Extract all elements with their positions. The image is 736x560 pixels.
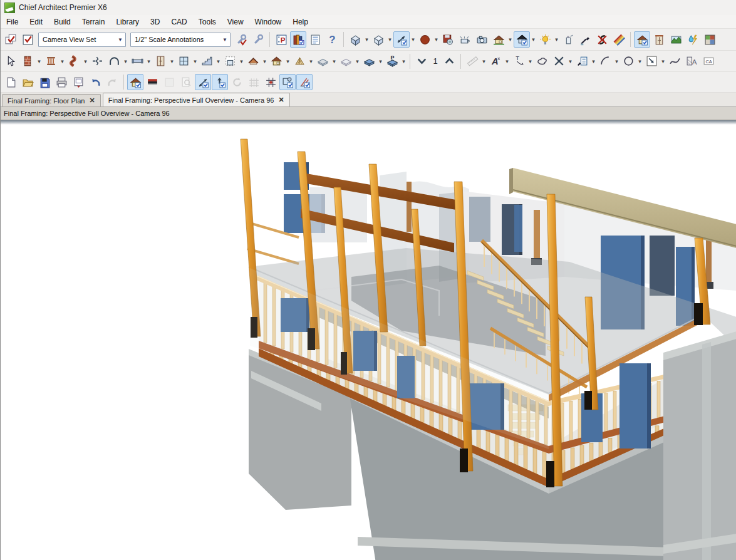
menu-tools[interactable]: Tools: [193, 16, 222, 28]
framing-button[interactable]: [291, 53, 308, 70]
straight-railing-button[interactable]: [43, 53, 59, 70]
box-tools-dropdown-arrow[interactable]: ▾: [660, 58, 666, 65]
camera-3d-viewport[interactable]: [1, 120, 736, 560]
menu-terrain[interactable]: Terrain: [76, 16, 111, 28]
windows-dropdown-arrow[interactable]: ▾: [192, 58, 198, 65]
menu-build[interactable]: Build: [48, 16, 76, 28]
tape-measure-button[interactable]: [144, 74, 160, 90]
framing-overview-button[interactable]: [634, 31, 650, 48]
menu-help[interactable]: Help: [287, 16, 314, 28]
reference-display-button[interactable]: [127, 74, 143, 90]
walkthrough-path-button[interactable]: [393, 31, 410, 48]
cad-block-button[interactable]: CA: [700, 53, 717, 70]
ceiling-plane-dropdown-arrow[interactable]: ▾: [355, 58, 360, 65]
menu-3d[interactable]: 3D: [145, 16, 165, 28]
material-regions-button[interactable]: [702, 31, 718, 48]
draw-arc-dropdown-arrow[interactable]: ▾: [614, 58, 619, 65]
cabinets-dropdown-arrow[interactable]: ▾: [239, 58, 244, 65]
menu-window[interactable]: Window: [249, 16, 288, 28]
temporary-dimensions-button[interactable]: [195, 74, 211, 90]
view-options-dropdown-arrow[interactable]: ▾: [507, 36, 513, 43]
edit-attributes-button[interactable]: [574, 53, 590, 70]
curved-wall-dropdown-arrow[interactable]: ▾: [83, 58, 88, 65]
delete-tools-dropdown-arrow[interactable]: ▾: [568, 58, 573, 65]
preferences-button[interactable]: [250, 31, 266, 48]
draw-arc-button[interactable]: [597, 53, 613, 70]
text-tools-dropdown-arrow[interactable]: ▾: [504, 58, 510, 65]
tab-close-icon[interactable]: ✕: [90, 96, 95, 105]
perspective-overview-button[interactable]: [370, 31, 386, 48]
beam-tools-button[interactable]: [129, 53, 145, 70]
style-palette-button[interactable]: [3, 31, 19, 48]
grid-snaps-button[interactable]: [262, 74, 279, 90]
angle-snaps-button[interactable]: [296, 74, 313, 90]
foundation-button[interactable]: P: [384, 53, 400, 70]
delete-surface-button[interactable]: [594, 31, 610, 48]
roof-tools-dropdown-arrow[interactable]: ▾: [262, 58, 267, 65]
lighting-button[interactable]: [457, 31, 473, 48]
leader-line-dropdown-arrow[interactable]: ▾: [527, 58, 533, 65]
text-tools-button[interactable]: A: [487, 53, 504, 70]
stairs-button[interactable]: [199, 53, 215, 70]
arch-tools-dropdown-arrow[interactable]: ▾: [123, 58, 128, 65]
draw-spline-button[interactable]: [666, 53, 683, 70]
new-plan-button[interactable]: [3, 74, 19, 90]
beam-tools-dropdown-arrow[interactable]: ▾: [146, 58, 152, 65]
terrain-view-button[interactable]: [668, 31, 684, 48]
curved-wall-button[interactable]: [66, 53, 82, 70]
rendering-technique-button[interactable]: [514, 31, 530, 48]
view-tab-2[interactable]: Final Framing: Perspective Full Overview…: [103, 93, 290, 106]
zoom-preview-button[interactable]: [178, 74, 194, 90]
menu-file[interactable]: File: [1, 16, 24, 28]
dormer-dropdown-arrow[interactable]: ▾: [285, 58, 291, 65]
print-button[interactable]: [53, 74, 70, 90]
floor-up-button[interactable]: [441, 53, 457, 70]
sketch-tools-button[interactable]: [534, 53, 550, 70]
slab-tools-dropdown-arrow[interactable]: ▾: [378, 58, 383, 65]
wall-break-button[interactable]: [89, 53, 105, 70]
menu-view[interactable]: View: [222, 16, 249, 28]
record-walkthrough-dropdown-arrow[interactable]: ▾: [433, 36, 439, 43]
camera-view-dropdown-arrow[interactable]: ▾: [364, 36, 370, 43]
camera-view-set-dropdown[interactable]: Camera View Set▼: [38, 33, 126, 47]
project-browser-button[interactable]: P: [273, 31, 289, 48]
box-tools-button[interactable]: [643, 53, 660, 70]
roof-tools-button[interactable]: [245, 53, 261, 70]
leader-line-button[interactable]: T: [511, 53, 527, 70]
grid-display-button[interactable]: [246, 74, 262, 90]
save-picture-button[interactable]: [440, 31, 456, 48]
save-plan-button[interactable]: [36, 74, 53, 90]
draw-circle-dropdown-arrow[interactable]: ▾: [637, 58, 643, 65]
take-picture-button[interactable]: [474, 31, 490, 48]
ceiling-plane-button[interactable]: [338, 53, 354, 70]
material-painter-button[interactable]: [611, 31, 627, 48]
material-eyedropper-button[interactable]: [577, 31, 593, 48]
draw-circle-button[interactable]: [620, 53, 636, 70]
materials-list-button[interactable]: [307, 31, 323, 48]
perspective-overview-dropdown-arrow[interactable]: ▾: [387, 36, 393, 43]
select-objects-button[interactable]: [3, 53, 19, 70]
cabinets-button[interactable]: [222, 53, 238, 70]
default-settings-button[interactable]: [233, 31, 249, 48]
rendering-technique-dropdown-arrow[interactable]: ▾: [531, 36, 536, 43]
straight-wall-button[interactable]: [19, 53, 36, 70]
foundation-dropdown-arrow[interactable]: ▾: [401, 58, 407, 65]
water-electrical-button[interactable]: [685, 31, 701, 48]
arch-tools-button[interactable]: [106, 53, 122, 70]
slab-tools-button[interactable]: [361, 53, 377, 70]
floor-platform-dropdown-arrow[interactable]: ▾: [331, 58, 337, 65]
arrow-key-pan-button[interactable]: [212, 74, 228, 90]
object-defaults-button[interactable]: [19, 31, 36, 48]
view-tab-1[interactable]: Final Framing: Floor Plan✕: [2, 94, 101, 106]
doors-button[interactable]: [152, 53, 168, 70]
dimension-tools-dropdown-arrow[interactable]: ▾: [481, 58, 487, 65]
tab-close-icon[interactable]: ✕: [278, 96, 284, 104]
straight-railing-dropdown-arrow[interactable]: ▾: [60, 58, 65, 65]
menu-cad[interactable]: CAD: [165, 16, 192, 28]
straight-wall-dropdown-arrow[interactable]: ▾: [36, 58, 42, 65]
floor-platform-button[interactable]: [314, 53, 331, 70]
swap-views-button[interactable]: [161, 74, 177, 90]
delete-tools-button[interactable]: [551, 53, 567, 70]
rotate-plan-button[interactable]: [229, 74, 245, 90]
menu-library[interactable]: Library: [110, 16, 145, 28]
